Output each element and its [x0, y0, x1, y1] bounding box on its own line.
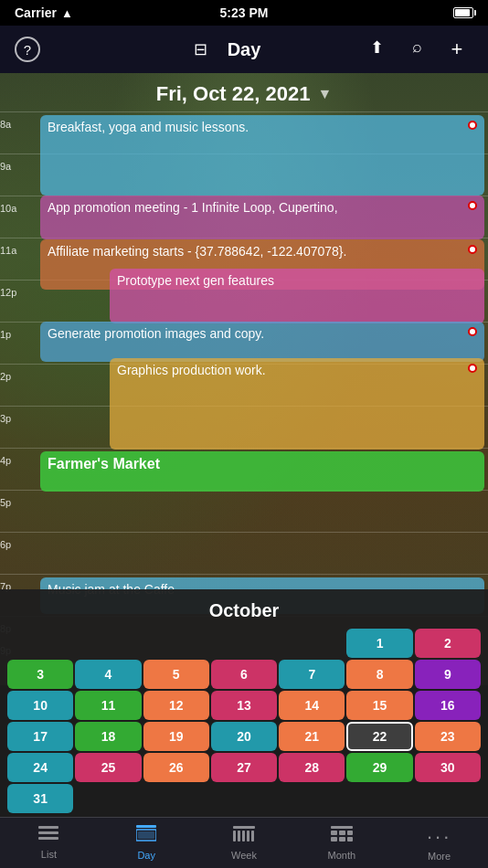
- calendar-day[interactable]: 18: [75, 722, 141, 751]
- tab-list-label: List: [41, 849, 57, 860]
- svg-rect-17: [339, 837, 345, 842]
- event-graphics[interactable]: Graphics production work.: [110, 358, 484, 450]
- svg-rect-18: [347, 837, 353, 842]
- calendar-day: [7, 629, 73, 658]
- calendar-day[interactable]: 20: [211, 722, 277, 751]
- calendar-day[interactable]: 28: [279, 753, 345, 782]
- event-affiliate-label: Affiliate marketing starts - {37.788642,…: [48, 244, 346, 259]
- calendar-day[interactable]: 22: [346, 722, 412, 751]
- date-header: Fri, Oct 22, 2021 ▼: [0, 73, 488, 111]
- tab-month[interactable]: Month: [292, 818, 390, 868]
- calendar-day[interactable]: 12: [143, 691, 209, 720]
- svg-rect-13: [331, 831, 337, 835]
- event-farmers[interactable]: Farmer's Market: [40, 451, 484, 492]
- battery-icon: [453, 7, 473, 18]
- carrier-label: Carrier: [15, 5, 57, 20]
- calendar-day[interactable]: 1: [346, 629, 412, 658]
- event-breakfast[interactable]: Breakfast, yoga and music lessons.: [40, 115, 484, 196]
- calendar-day[interactable]: 8: [346, 660, 412, 689]
- tab-week[interactable]: Week: [196, 818, 293, 868]
- event-app-promo[interactable]: App promotion meeting - 1 Infinite Loop,…: [40, 196, 484, 239]
- calendar-day[interactable]: 10: [7, 691, 73, 720]
- svg-rect-3: [136, 825, 156, 828]
- calendar-day[interactable]: 21: [279, 722, 345, 751]
- search-button[interactable]: ⌕: [400, 37, 433, 61]
- status-right: [453, 7, 473, 18]
- svg-rect-0: [38, 826, 58, 829]
- calendar-day[interactable]: 23: [415, 722, 481, 751]
- calendar-day: [143, 629, 209, 658]
- svg-rect-8: [238, 831, 240, 842]
- calendar-day[interactable]: 26: [143, 753, 209, 782]
- tab-day-label: Day: [137, 850, 155, 861]
- date-label: Fri, Oct 22, 2021: [156, 82, 311, 106]
- calendar-day[interactable]: 9: [415, 660, 481, 689]
- toolbar-right: ⬆ ⌕ +: [360, 37, 473, 61]
- calendar-day[interactable]: 3: [7, 660, 73, 689]
- help-button[interactable]: ?: [15, 37, 40, 62]
- event-app-promo-label: App promotion meeting - 1 Infinite Loop,…: [48, 200, 338, 215]
- tab-day[interactable]: Day: [98, 818, 196, 868]
- month-tab-icon: [331, 826, 353, 848]
- event-farmers-label: Farmer's Market: [48, 456, 160, 471]
- tab-more[interactable]: ··· More: [390, 818, 488, 868]
- svg-rect-1: [38, 831, 58, 834]
- bookmark-button[interactable]: ⊟: [184, 39, 217, 59]
- event-dot: [468, 327, 477, 336]
- svg-rect-6: [233, 826, 255, 829]
- calendar-day[interactable]: 29: [346, 753, 412, 782]
- calendar-day[interactable]: 17: [7, 722, 73, 751]
- toolbar: ? ⊟ Day ⬆ ⌕ +: [0, 26, 488, 73]
- calendar-day[interactable]: 6: [211, 660, 277, 689]
- calendar-day[interactable]: 19: [143, 722, 209, 751]
- calendar-day[interactable]: 5: [143, 660, 209, 689]
- add-button[interactable]: +: [440, 37, 473, 61]
- status-left: Carrier ▲: [15, 5, 73, 20]
- status-bar: Carrier ▲ 5:23 PM: [0, 0, 488, 26]
- tab-week-label: Week: [231, 850, 257, 861]
- svg-rect-10: [247, 831, 249, 842]
- event-prototype-label: Prototype next gen features: [117, 273, 274, 288]
- share-button[interactable]: ⬆: [360, 37, 393, 61]
- calendar-day[interactable]: 7: [279, 660, 345, 689]
- tab-bar: List Day Week Month ··· More: [0, 817, 488, 868]
- more-tab-icon: ···: [427, 825, 451, 849]
- calendar-day[interactable]: 24: [7, 753, 73, 782]
- calendar-day[interactable]: 14: [279, 691, 345, 720]
- event-generate[interactable]: Generate promotion images and copy.: [40, 322, 484, 362]
- calendar-day[interactable]: 27: [211, 753, 277, 782]
- tab-list[interactable]: List: [0, 818, 98, 868]
- calendar-day: [75, 629, 141, 658]
- list-tab-icon: [38, 826, 58, 847]
- week-tab-icon: [233, 826, 255, 848]
- calendar-day[interactable]: 31: [7, 784, 73, 813]
- calendar-day: [279, 629, 345, 658]
- svg-rect-12: [331, 826, 353, 829]
- calendar-day[interactable]: 16: [415, 691, 481, 720]
- calendar-day[interactable]: 4: [75, 660, 141, 689]
- calendar-grid: 1234567891011121314151617181920212223242…: [0, 629, 488, 813]
- calendar-day[interactable]: 25: [75, 753, 141, 782]
- event-breakfast-label: Breakfast, yoga and music lessons.: [48, 120, 249, 134]
- event-dot: [468, 121, 477, 130]
- svg-rect-7: [233, 831, 236, 842]
- svg-rect-11: [251, 831, 254, 842]
- day-tab-icon: [136, 825, 156, 848]
- tab-month-label: Month: [328, 850, 356, 861]
- calendar-day[interactable]: 15: [346, 691, 412, 720]
- event-dot: [468, 201, 477, 210]
- svg-rect-5: [138, 831, 154, 839]
- calendar-day: [211, 629, 277, 658]
- event-graphics-label: Graphics production work.: [117, 363, 266, 377]
- calendar-day[interactable]: 30: [415, 753, 481, 782]
- svg-rect-16: [331, 837, 337, 842]
- filter-icon[interactable]: ▼: [317, 86, 332, 102]
- day-view: Fri, Oct 22, 2021 ▼ 8a 9a 10a 11a 12p 1p…: [0, 73, 488, 667]
- calendar-day[interactable]: 11: [75, 691, 141, 720]
- event-dot: [468, 245, 477, 254]
- event-generate-label: Generate promotion images and copy.: [48, 326, 264, 341]
- event-prototype[interactable]: Prototype next gen features: [110, 269, 484, 323]
- calendar-day[interactable]: 2: [415, 629, 481, 658]
- calendar-day[interactable]: 13: [211, 691, 277, 720]
- svg-rect-15: [347, 831, 353, 835]
